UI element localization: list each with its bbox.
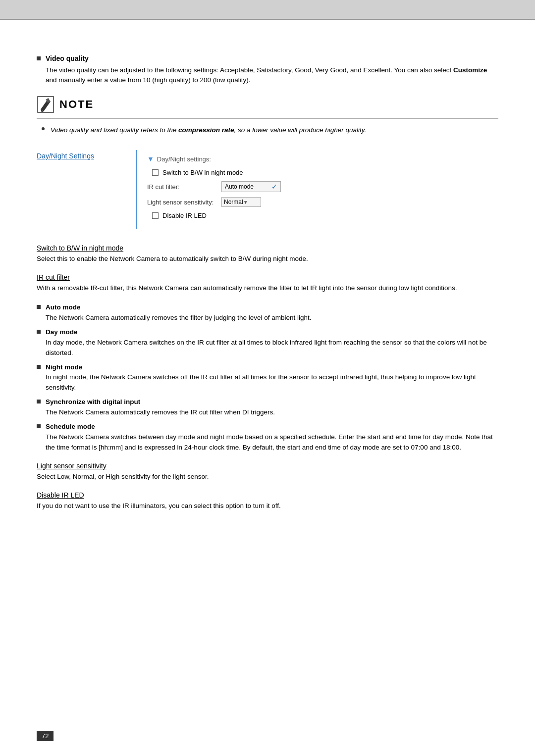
video-quality-text2: and manually enter a value from 10 (high…	[46, 76, 250, 84]
schedule-title: Schedule mode	[46, 423, 95, 430]
video-quality-text1: The video quality can be adjusted to the…	[46, 66, 453, 74]
ir-cut-value: Auto mode	[225, 183, 254, 190]
note-pencil-icon	[37, 96, 54, 113]
switch-bw-heading: Switch to B/W in night mode	[37, 244, 498, 252]
light-sensor-arrow-icon: ▼	[243, 200, 248, 205]
schedule-text: The Network Camera switches between day …	[46, 433, 493, 451]
sub-bullet-schedule: Schedule mode The Network Camera switche…	[37, 422, 498, 453]
disable-ir-checkbox[interactable]	[152, 212, 159, 219]
disable-ir-heading: Disable IR LED	[37, 491, 498, 499]
note-divider	[37, 118, 498, 119]
sub-bullet-day: Day mode In day mode, the Network Camera…	[37, 327, 498, 358]
ir-cut-checkmark-icon: ✓	[271, 183, 277, 191]
bullet-icon	[37, 400, 41, 403]
night-mode-content: Night mode In night mode, the Network Ca…	[46, 362, 498, 394]
note-title: NOTE	[59, 98, 94, 111]
sub-bullets-container: Auto mode The Network Camera automatical…	[37, 302, 498, 453]
page-content: Video quality The video quality can be a…	[37, 54, 498, 511]
switch-bw-checkbox[interactable]	[152, 169, 159, 176]
light-sensor-row: Light sensor sensitivity: Normal ▼	[147, 197, 281, 207]
day-mode-text: In day mode, the Network Camera switches…	[46, 339, 487, 356]
disable-ir-text: If you do not want to use the IR illumin…	[37, 501, 498, 511]
ir-cut-heading: IR cut filter	[37, 273, 498, 281]
day-mode-title: Day mode	[46, 328, 78, 336]
ir-cut-label: IR cut filter:	[147, 183, 221, 191]
auto-mode-content: Auto mode The Network Camera automatical…	[46, 302, 312, 323]
night-mode-title: Night mode	[46, 363, 82, 371]
note-text2: , so a lower value will produce higher q…	[234, 126, 366, 134]
note-text1: Video quality and fixed quality refers t…	[51, 126, 178, 134]
ir-cut-text: With a removable IR-cut filter, this Net…	[37, 283, 498, 294]
light-sensor-heading: Light sensor sensitivity	[37, 462, 498, 470]
daynight-label: Day/Night Settings	[37, 150, 136, 160]
ir-cut-desc: IR cut filter With a removable IR-cut fi…	[37, 273, 498, 294]
video-quality-section: Video quality	[37, 54, 498, 62]
note-text: Video quality and fixed quality refers t…	[51, 125, 366, 136]
page-number: 72	[37, 731, 54, 741]
light-sensor-text: Select Low, Normal, or High sensitivity …	[37, 472, 498, 482]
ir-cut-select[interactable]: Auto mode ✓	[221, 181, 281, 192]
daynight-section: Day/Night Settings ▼ Day/Night settings:…	[37, 150, 498, 229]
auto-mode-text: The Network Camera automatically removes…	[46, 314, 312, 321]
ir-cut-row: IR cut filter: Auto mode ✓	[147, 181, 281, 192]
switch-bw-label: Switch to B/W in night mode	[162, 169, 243, 176]
panel-header-text: Day/Night settings:	[157, 155, 211, 163]
bullet-icon	[37, 305, 41, 309]
switch-bw-desc: Switch to B/W in night mode Select this …	[37, 244, 498, 264]
switch-bw-text: Select this to enable the Network Camera…	[37, 254, 498, 264]
daynight-panel: ▼ Day/Night settings: Switch to B/W in n…	[136, 150, 291, 229]
top-bar	[0, 0, 535, 20]
switch-bw-row[interactable]: Switch to B/W in night mode	[152, 169, 281, 176]
sync-content: Synchronize with digital input The Netwo…	[46, 397, 275, 418]
light-sensor-label: Light sensor sensitivity:	[147, 199, 221, 206]
panel-arrow-icon: ▼	[147, 155, 154, 163]
panel-header: ▼ Day/Night settings:	[147, 155, 281, 163]
bullet-icon	[37, 330, 41, 334]
customize-label: Customize	[453, 66, 487, 74]
video-quality-title: Video quality	[46, 54, 89, 62]
sync-title: Synchronize with digital input	[46, 398, 140, 405]
sub-bullet-auto: Auto mode The Network Camera automatical…	[37, 302, 498, 323]
disable-ir-desc: Disable IR LED If you do not want to use…	[37, 491, 498, 511]
schedule-content: Schedule mode The Network Camera switche…	[46, 422, 498, 453]
day-mode-content: Day mode In day mode, the Network Camera…	[46, 327, 498, 358]
light-sensor-select[interactable]: Normal ▼	[221, 197, 261, 207]
sub-bullet-night: Night mode In night mode, the Network Ca…	[37, 362, 498, 394]
light-sensor-value: Normal	[224, 199, 243, 205]
disable-ir-label: Disable IR LED	[162, 212, 207, 219]
note-section: NOTE Video quality and fixed quality ref…	[37, 96, 498, 136]
note-header: NOTE	[37, 96, 498, 113]
note-dot-icon	[42, 127, 45, 130]
sub-bullet-sync: Synchronize with digital input The Netwo…	[37, 397, 498, 418]
bullet-icon	[37, 424, 41, 428]
page-number-container: 72	[37, 731, 54, 741]
bullet-icon	[37, 365, 41, 369]
bullet-icon	[37, 56, 41, 60]
night-mode-text: In night mode, the Network Camera switch…	[46, 373, 476, 391]
light-sensor-desc: Light sensor sensitivity Select Low, Nor…	[37, 462, 498, 482]
disable-ir-row[interactable]: Disable IR LED	[152, 212, 281, 219]
auto-mode-title: Auto mode	[46, 303, 81, 311]
video-quality-desc: The video quality can be adjusted to the…	[46, 65, 498, 86]
note-bold: compression rate	[178, 126, 234, 134]
note-bullet: Video quality and fixed quality refers t…	[42, 125, 498, 136]
sync-text: The Network Camera automatically removes…	[46, 408, 275, 416]
